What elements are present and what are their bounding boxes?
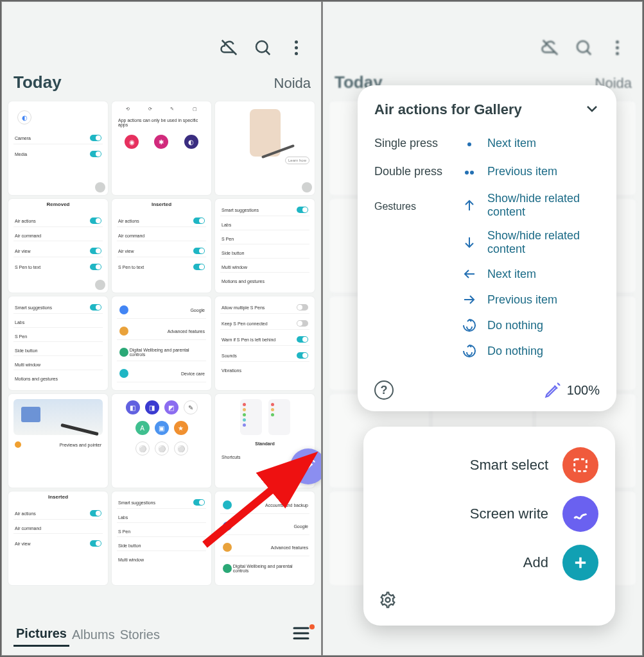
- arrow-down-icon: [457, 235, 482, 250]
- rotate-ccw-icon: [457, 318, 482, 333]
- arrow-up-icon: [457, 198, 482, 213]
- screen-write-icon: [562, 496, 598, 532]
- row-gesture-cw[interactable]: Do nothing: [374, 338, 600, 364]
- tab-stories[interactable]: Stories: [117, 624, 162, 646]
- collapse-icon[interactable]: [584, 101, 600, 119]
- air-command-menu: Smart select Screen write Add: [363, 427, 615, 626]
- topbar: [2, 2, 321, 66]
- search-icon[interactable]: [253, 38, 272, 57]
- double-dot-icon: [457, 165, 482, 180]
- thumbnail[interactable]: ◧ ◨ ◩ ✎ A ▣ ★ ⚪ ⚪ ⚪: [112, 394, 211, 488]
- air-command-fab[interactable]: [290, 448, 322, 484]
- thumbnail[interactable]: Inserted Air actions Air command Air vie…: [8, 491, 108, 585]
- thumbnail[interactable]: Smart suggestions Labs S Pen Side button…: [112, 491, 211, 585]
- row-gesture-ccw[interactable]: Do nothing: [374, 312, 600, 338]
- add-icon: [562, 545, 598, 581]
- svg-point-2: [577, 41, 589, 53]
- notification-dot-icon: [309, 624, 315, 629]
- thumbnail-grid: ◐ Camera Media ⟲⟳✎▢ App actions can only…: [2, 101, 321, 585]
- panel-title: Air actions for Gallery: [374, 101, 522, 118]
- thumbnail[interactable]: Google Advanced features Digital Wellbei…: [112, 296, 211, 390]
- svg-point-7: [386, 598, 390, 602]
- select-marker-icon: [302, 182, 312, 192]
- thumbnail[interactable]: ◐ Camera Media: [8, 101, 108, 195]
- arrow-right-icon: [457, 292, 482, 307]
- arrow-left-icon: [457, 266, 482, 282]
- more-icon[interactable]: [607, 38, 627, 57]
- gallery-pane-left: Today Noida ◐ Camera Media ⟲⟳✎▢ App acti…: [1, 1, 322, 656]
- row-gesture-left[interactable]: Next item: [374, 261, 600, 287]
- row-double-press[interactable]: Double press Previous item: [374, 158, 600, 187]
- bottom-tabs: Pictures Albums Stories: [2, 614, 321, 655]
- search-icon[interactable]: [574, 38, 593, 57]
- svg-point-3: [467, 142, 471, 146]
- dot-icon: [457, 137, 482, 152]
- tab-pictures[interactable]: Pictures: [13, 622, 69, 647]
- ac-add[interactable]: Add: [379, 538, 601, 587]
- row-gesture-up[interactable]: Gestures Show/hide related content: [374, 187, 600, 224]
- row-gesture-down[interactable]: Show/hide related content: [374, 224, 600, 261]
- rotate-cw-icon: [457, 343, 482, 359]
- svg-rect-6: [575, 459, 587, 472]
- section-label: Today: [13, 73, 62, 92]
- spen-battery: 100%: [544, 381, 600, 399]
- svg-point-4: [465, 171, 469, 175]
- tab-menu-icon[interactable]: [293, 627, 309, 642]
- svg-point-0: [256, 41, 268, 53]
- ac-smart-select[interactable]: Smart select: [379, 441, 601, 490]
- thumbnail[interactable]: Smart suggestions Labs S Pen Side button…: [215, 199, 315, 293]
- row-single-press[interactable]: Single press Next item: [374, 130, 600, 158]
- thumbnail[interactable]: Removed Air actions Air command Air view…: [8, 199, 108, 293]
- svg-point-5: [470, 171, 474, 175]
- thumbnail[interactable]: ⟲⟳✎▢ App actions can only be used in spe…: [112, 101, 211, 195]
- thumbnail[interactable]: Smart suggestions Labs S Pen Side button…: [8, 296, 108, 390]
- ac-screen-write[interactable]: Screen write: [379, 490, 601, 538]
- air-actions-panel: Air actions for Gallery Single press Nex…: [358, 85, 616, 411]
- thumbnail[interactable]: Learn how: [215, 101, 315, 195]
- location-label: Noida: [274, 75, 311, 92]
- section-header: Today Noida: [2, 66, 321, 101]
- gallery-pane-right: Today Noida Air actions for Gallery Sing…: [322, 1, 643, 656]
- smart-select-icon: [562, 447, 598, 483]
- row-gesture-right[interactable]: Previous item: [374, 287, 600, 312]
- thumbnail[interactable]: Allow multiple S Pens Keep S Pen connect…: [215, 296, 315, 390]
- select-marker-icon: [95, 182, 105, 192]
- thumbnail[interactable]: Inserted Air actions Air command Air vie…: [112, 199, 211, 293]
- cloud-off-icon[interactable]: [541, 38, 560, 57]
- thumbnail[interactable]: Previews and pointer: [8, 394, 108, 488]
- more-icon[interactable]: [286, 38, 306, 57]
- help-icon[interactable]: ?: [374, 380, 394, 400]
- cloud-off-icon[interactable]: [220, 38, 239, 57]
- settings-icon[interactable]: [379, 591, 397, 611]
- thumbnail[interactable]: Accounts and backup Google Advanced feat…: [215, 491, 315, 585]
- tab-albums[interactable]: Albums: [69, 624, 117, 646]
